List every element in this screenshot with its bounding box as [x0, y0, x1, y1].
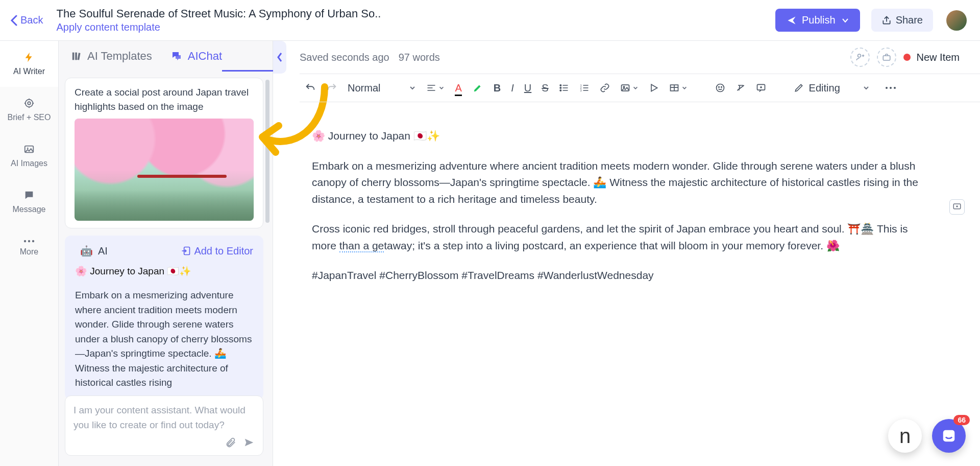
- italic-button[interactable]: I: [511, 82, 514, 94]
- send-button[interactable]: [243, 437, 255, 450]
- comment-plus-icon: [756, 83, 766, 93]
- chat-input[interactable]: I am your content assistant. What would …: [65, 395, 263, 456]
- rail-more[interactable]: More: [0, 225, 58, 271]
- back-button[interactable]: Back: [10, 14, 43, 26]
- svg-point-13: [560, 85, 561, 86]
- paragraph-style-select[interactable]: Normal: [348, 82, 416, 94]
- user-prompt-card: Create a social post around Japan travel…: [65, 78, 263, 228]
- svg-point-14: [560, 87, 561, 89]
- share-button[interactable]: Share: [871, 9, 933, 32]
- apply-template-link[interactable]: Apply content template: [56, 21, 775, 33]
- clear-format-button[interactable]: [736, 83, 746, 93]
- add-collaborator-button[interactable]: [850, 48, 870, 67]
- number-list-button[interactable]: 123: [579, 83, 590, 93]
- dots-icon: [23, 239, 35, 243]
- document-body[interactable]: 🌸 Journey to Japan 🇯🇵✨ Embark on a mesme…: [300, 102, 978, 284]
- attach-button[interactable]: [225, 437, 236, 450]
- play-icon: [649, 83, 659, 93]
- rail-ai-images[interactable]: AI Images: [0, 133, 58, 179]
- italic-icon: I: [511, 82, 514, 94]
- panel-scrollbar[interactable]: [265, 80, 270, 223]
- notification-badge: 66: [953, 415, 970, 425]
- table-icon: [669, 83, 679, 93]
- briefcase-plus-icon: [882, 53, 891, 62]
- svg-point-26: [886, 87, 888, 89]
- app-header: Back The Soulful Serenade of Street Musi…: [0, 0, 980, 41]
- svg-point-0: [26, 100, 33, 107]
- underline-button[interactable]: U: [524, 82, 531, 94]
- add-comment-button[interactable]: [949, 199, 965, 215]
- link-button[interactable]: [600, 83, 610, 93]
- chevron-down-icon: [409, 84, 416, 91]
- image-icon: [23, 144, 35, 155]
- rail-label: AI Writer: [13, 67, 45, 76]
- rail-message[interactable]: Message: [0, 179, 58, 225]
- svg-point-15: [560, 90, 561, 91]
- user-avatar[interactable]: [946, 10, 967, 31]
- doc-paragraph-1: Embark on a mesmerizing adventure where …: [312, 158, 922, 208]
- comment-button[interactable]: [756, 83, 766, 93]
- pencil-icon: [794, 83, 804, 93]
- mode-label: Editing: [809, 82, 840, 94]
- overflow-button[interactable]: [885, 86, 896, 90]
- bullet-list-icon: [559, 83, 569, 93]
- bullet-list-button[interactable]: [559, 83, 569, 93]
- back-label: Back: [20, 14, 43, 26]
- tab-label: AIChat: [188, 50, 222, 63]
- undo-button[interactable]: [305, 82, 316, 94]
- strike-button[interactable]: S: [542, 82, 548, 94]
- save-status: Saved seconds ago: [300, 52, 389, 63]
- mode-select[interactable]: Editing: [794, 82, 875, 94]
- add-asset-button[interactable]: [877, 48, 896, 67]
- rail-label: Brief + SEO: [8, 113, 51, 122]
- status-chip[interactable]: New Item: [903, 52, 960, 63]
- highlight-button[interactable]: [472, 82, 483, 94]
- image-button[interactable]: [620, 83, 639, 93]
- emoji-button[interactable]: [715, 83, 725, 93]
- user-prompt-text: Create a social post around Japan travel…: [75, 85, 254, 113]
- chat-actions: [74, 437, 255, 450]
- table-button[interactable]: [669, 83, 688, 93]
- bold-button[interactable]: B: [494, 82, 501, 94]
- rail-label: More: [20, 247, 38, 257]
- publish-button[interactable]: Publish: [775, 9, 860, 32]
- rail-brief-seo[interactable]: Brief + SEO: [0, 87, 58, 133]
- chevron-down-icon: [632, 85, 639, 91]
- image-icon: [620, 83, 630, 93]
- video-button[interactable]: [649, 83, 659, 93]
- collapse-panel-button[interactable]: [273, 41, 286, 74]
- strikethrough-icon: S: [542, 82, 548, 94]
- prompt-image[interactable]: [75, 119, 254, 221]
- link-icon: [600, 83, 610, 93]
- chat-placeholder: I am your content assistant. What would …: [74, 403, 255, 433]
- chevron-down-icon: [863, 84, 875, 91]
- svg-point-28: [894, 87, 896, 89]
- doc-heading: 🌸 Journey to Japan 🇯🇵✨: [312, 128, 922, 145]
- redo-icon: [326, 82, 337, 94]
- align-left-icon: [426, 83, 436, 93]
- share-icon: [881, 15, 892, 26]
- cherry-blossom-image: [75, 119, 254, 221]
- tab-ai-chat[interactable]: AIChat: [170, 50, 222, 63]
- rail-ai-writer[interactable]: AI Writer: [0, 41, 58, 87]
- svg-rect-7: [72, 53, 75, 60]
- svg-point-3: [27, 148, 29, 149]
- add-to-editor-button[interactable]: Add to Editor: [181, 245, 253, 257]
- redo-button[interactable]: [326, 82, 337, 94]
- add-to-editor-label: Add to Editor: [194, 245, 253, 257]
- editor-area: Saved seconds ago 97 words New Item Norm…: [286, 41, 980, 466]
- bold-icon: B: [494, 82, 501, 94]
- spellcheck-span: than a ge: [339, 240, 384, 252]
- chat-icon: [23, 190, 35, 201]
- svg-rect-9: [78, 53, 81, 60]
- help-fab[interactable]: n: [888, 419, 922, 453]
- font-color-button[interactable]: A: [455, 82, 461, 94]
- comment-plus-icon: [952, 202, 962, 212]
- align-button[interactable]: [426, 83, 445, 93]
- document-title[interactable]: The Soulful Serenade of Street Music: A …: [56, 7, 775, 20]
- tab-ai-templates[interactable]: AI Templates: [71, 50, 152, 63]
- ai-response-title: 🌸 Journey to Japan 🇯🇵✨: [75, 265, 253, 277]
- left-rail: AI Writer Brief + SEO AI Images Message …: [0, 41, 59, 466]
- publish-label: Publish: [802, 14, 836, 26]
- intercom-icon: [941, 428, 957, 444]
